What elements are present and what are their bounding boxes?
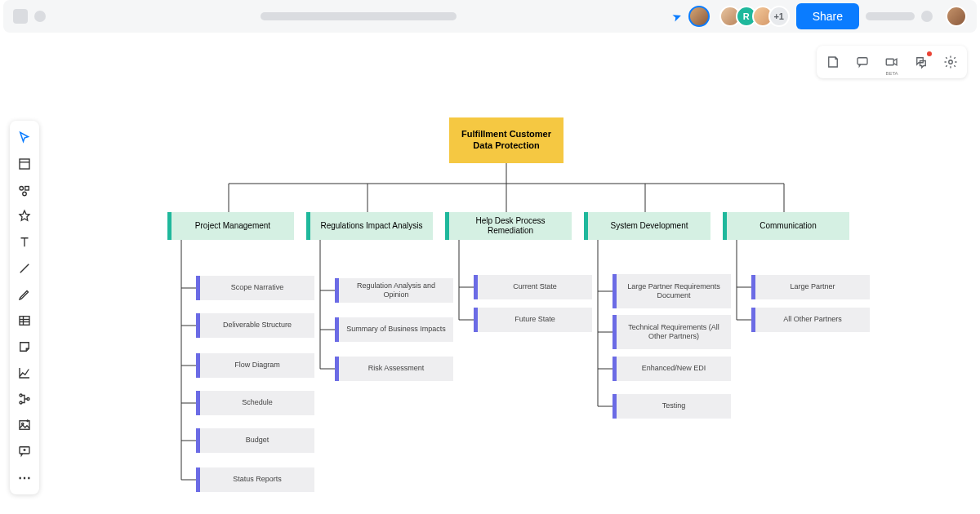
category-node[interactable]: Help Desk Process Remediation	[449, 212, 572, 240]
share-button[interactable]: Share	[796, 3, 859, 29]
sub-node[interactable]: Enhanced/New EDI	[617, 357, 731, 381]
sub-node[interactable]: Technical Requirements (All Other Partne…	[617, 315, 731, 349]
shapes-tool-icon[interactable]	[12, 178, 37, 202]
sub-node[interactable]: Scope Narrative	[200, 276, 314, 300]
svg-rect-6	[25, 187, 29, 191]
table-tool-icon[interactable]	[12, 308, 37, 333]
line-tool-icon[interactable]	[12, 256, 37, 281]
svg-line-8	[20, 264, 29, 273]
svg-rect-3	[20, 159, 29, 169]
select-tool-icon[interactable]	[12, 126, 37, 150]
more-collaborators[interactable]: +1	[768, 6, 790, 27]
text-tool-icon[interactable]	[12, 230, 37, 255]
comment-tool-icon[interactable]	[12, 439, 37, 463]
app-menu-placeholder[interactable]	[13, 9, 28, 24]
svg-point-5	[20, 187, 24, 191]
sub-node[interactable]: All Other Partners	[755, 308, 870, 332]
sub-node[interactable]: Summary of Business Impacts	[339, 317, 453, 342]
chart-tool-icon[interactable]	[12, 361, 37, 385]
pen-tool-icon[interactable]	[12, 282, 37, 307]
category-node[interactable]: Regulations Impact Analysis	[310, 212, 433, 240]
image-tool-icon[interactable]	[12, 413, 37, 437]
collaborator-avatars: R +1	[724, 6, 790, 27]
sub-node[interactable]: Regulation Analysis and Opinion	[339, 278, 453, 303]
star-tool-icon[interactable]	[12, 204, 37, 228]
sub-node[interactable]: Future State	[478, 308, 592, 332]
svg-point-7	[23, 192, 27, 196]
category-node[interactable]: Project Management	[172, 212, 294, 240]
connector-tool-icon[interactable]	[12, 387, 37, 411]
sub-node[interactable]: Large Partner Requirements Document	[617, 274, 731, 308]
svg-rect-16	[20, 421, 29, 430]
cursor-icon: ➤	[670, 8, 684, 24]
sub-node[interactable]: Budget	[200, 428, 314, 453]
sub-node[interactable]: Current State	[478, 275, 592, 299]
svg-point-14	[20, 401, 22, 404]
help-placeholder[interactable]	[921, 11, 933, 22]
sub-node[interactable]: Testing	[617, 394, 731, 419]
sub-node[interactable]: Deliverable Structure	[200, 313, 314, 338]
svg-point-15	[27, 398, 29, 401]
sub-node[interactable]: Flow Diagram	[200, 353, 314, 378]
sub-node[interactable]: Schedule	[200, 391, 314, 415]
category-node[interactable]: Communication	[727, 212, 849, 240]
sub-node[interactable]: Large Partner	[755, 275, 870, 299]
root-node[interactable]: Fulfillment Customer Data Protection	[449, 117, 564, 163]
current-user-avatar[interactable]	[688, 6, 710, 27]
more-tools-icon[interactable]: ⋯	[12, 465, 37, 490]
svg-rect-9	[20, 317, 29, 326]
sub-node[interactable]: Status Reports	[200, 467, 314, 492]
svg-point-13	[20, 394, 22, 397]
diagram-canvas[interactable]: Fulfillment Customer Data Protection Pro…	[49, 41, 972, 514]
top-bar: ➤ R +1 Share	[3, 0, 977, 33]
category-node[interactable]: System Development	[588, 212, 710, 240]
sticky-tool-icon[interactable]	[12, 335, 37, 359]
sub-node[interactable]: Risk Assessment	[339, 357, 453, 381]
logo-placeholder	[34, 11, 46, 22]
account-avatar[interactable]	[946, 6, 967, 27]
left-toolbar: ⋯	[10, 121, 39, 494]
menu-placeholder[interactable]	[866, 12, 915, 20]
container-tool-icon[interactable]	[12, 152, 37, 176]
doc-title-placeholder[interactable]	[261, 12, 457, 20]
